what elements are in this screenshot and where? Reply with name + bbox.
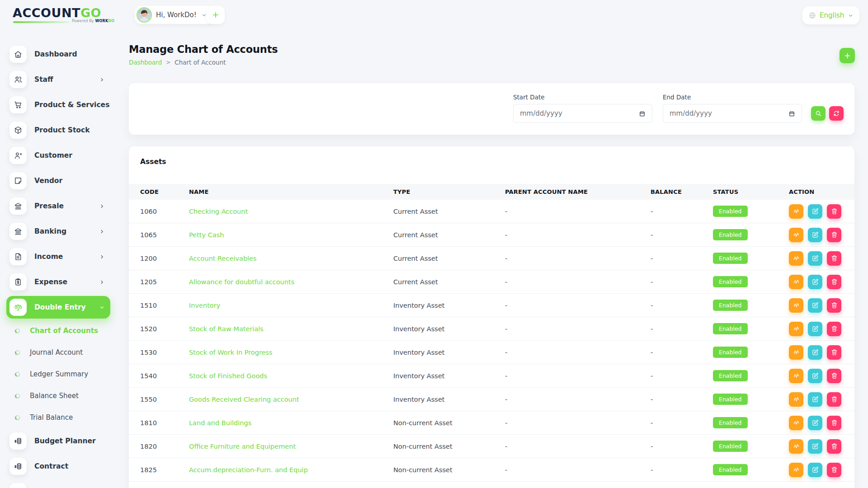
transactions-button[interactable] bbox=[789, 275, 803, 289]
sidebar-item-expense[interactable]: Expense bbox=[0, 269, 116, 295]
edit-button[interactable] bbox=[808, 345, 822, 360]
home-icon bbox=[14, 50, 23, 59]
delete-button[interactable] bbox=[827, 439, 841, 454]
sidebar-item-partial[interactable] bbox=[0, 479, 116, 488]
transactions-button[interactable] bbox=[789, 322, 803, 336]
transactions-button[interactable] bbox=[789, 369, 803, 383]
account-name-link[interactable]: Stock of Work In Progress bbox=[189, 349, 393, 356]
table-row: 1530 Stock of Work In Progress Inventory… bbox=[129, 341, 854, 364]
delete-button[interactable] bbox=[827, 463, 841, 477]
edit-button[interactable] bbox=[808, 251, 822, 266]
delete-button[interactable] bbox=[827, 204, 841, 219]
search-icon bbox=[815, 110, 822, 117]
transactions-button[interactable] bbox=[789, 345, 803, 360]
delete-button[interactable] bbox=[827, 275, 841, 289]
sidebar-subitem-journal-account[interactable]: Journal Account bbox=[0, 342, 116, 363]
quick-add-button[interactable] bbox=[207, 6, 225, 24]
sidebar-item-presale[interactable]: Presale bbox=[0, 193, 116, 219]
transactions-button[interactable] bbox=[789, 298, 803, 313]
end-date-input[interactable] bbox=[663, 104, 802, 123]
sidebar-item-staff[interactable]: Staff bbox=[0, 67, 116, 92]
transactions-button[interactable] bbox=[789, 463, 803, 477]
edit-button[interactable] bbox=[808, 275, 822, 289]
breadcrumb-dashboard-link[interactable]: Dashboard bbox=[129, 59, 162, 66]
account-name-link[interactable]: Office Furniture and Equipement bbox=[189, 443, 393, 450]
wave-icon bbox=[793, 442, 800, 450]
delete-button[interactable] bbox=[827, 416, 841, 430]
transactions-button[interactable] bbox=[789, 416, 803, 430]
account-name-link[interactable]: Goods Received Clearing account bbox=[189, 396, 393, 403]
edit-icon bbox=[811, 419, 819, 427]
transactions-button[interactable] bbox=[789, 251, 803, 266]
edit-button[interactable] bbox=[808, 228, 822, 242]
account-name-link[interactable]: Allowance for doubtful accounts bbox=[189, 278, 393, 286]
transactions-button[interactable] bbox=[789, 204, 803, 219]
edit-button[interactable] bbox=[808, 298, 822, 313]
sidebar-item-contract[interactable]: Contract bbox=[0, 454, 116, 479]
parent-account-cell: - bbox=[505, 419, 651, 427]
trash-icon bbox=[830, 278, 838, 286]
user-menu[interactable]: Hi, WorkDo! bbox=[135, 6, 213, 24]
sidebar-item-dashboard[interactable]: Dashboard bbox=[0, 42, 116, 67]
edit-button[interactable] bbox=[808, 322, 822, 336]
account-name-link[interactable]: Stock of Raw Materials bbox=[189, 325, 393, 333]
account-name-link[interactable]: Accum.depreciation-Furn. and Equip bbox=[189, 466, 393, 474]
sidebar-item-banking[interactable]: Banking bbox=[0, 219, 116, 244]
chevron-right-icon bbox=[99, 77, 105, 83]
edit-button[interactable] bbox=[808, 416, 822, 430]
sidebar-item-income[interactable]: Income bbox=[0, 244, 116, 269]
reset-button[interactable] bbox=[829, 106, 844, 121]
row-actions bbox=[789, 298, 845, 313]
edit-button[interactable] bbox=[808, 439, 822, 454]
delete-button[interactable] bbox=[827, 345, 841, 360]
sidebar-subitem-balance-sheet[interactable]: Balance Sheet bbox=[0, 385, 116, 407]
delete-button[interactable] bbox=[827, 392, 841, 407]
column-header: PARENT ACCOUNT NAME bbox=[505, 188, 651, 195]
sidebar-subitem-ledger-summary[interactable]: Ledger Summary bbox=[0, 363, 116, 385]
sidebar-item-product-stock[interactable]: Product Stock bbox=[0, 117, 116, 143]
delete-button[interactable] bbox=[827, 322, 841, 336]
chevron-down-icon bbox=[99, 305, 105, 310]
bank-icon bbox=[14, 227, 23, 236]
delete-button[interactable] bbox=[827, 298, 841, 313]
transactions-button[interactable] bbox=[789, 228, 803, 242]
transactions-button[interactable] bbox=[789, 392, 803, 407]
refresh-icon bbox=[833, 110, 840, 117]
type-cell: Current Asset bbox=[393, 231, 505, 239]
delete-button[interactable] bbox=[827, 228, 841, 242]
edit-button[interactable] bbox=[808, 392, 822, 407]
trash-icon bbox=[830, 348, 838, 356]
delete-button[interactable] bbox=[827, 251, 841, 266]
start-date-input[interactable] bbox=[513, 104, 652, 123]
column-header: STATUS bbox=[713, 188, 789, 195]
edit-button[interactable] bbox=[808, 369, 822, 383]
account-name-link[interactable]: Stock of Finished Goods bbox=[189, 372, 393, 380]
sidebar-subitem-chart-of-accounts[interactable]: Chart of Accounts bbox=[0, 320, 116, 342]
note-icon bbox=[14, 176, 23, 185]
create-account-button[interactable] bbox=[840, 48, 855, 63]
sidebar-item-label: Expense bbox=[34, 278, 67, 286]
delete-button[interactable] bbox=[827, 369, 841, 383]
account-name-link[interactable]: Checking Account bbox=[189, 208, 393, 215]
icon-box bbox=[9, 71, 27, 88]
wave-icon bbox=[793, 372, 800, 380]
sidebar-subitem-trial-balance[interactable]: Trial Balance bbox=[0, 407, 116, 428]
sidebar-item-product-services[interactable]: Product & Services bbox=[0, 92, 116, 117]
account-name-link[interactable]: Land and Buildings bbox=[189, 419, 393, 427]
sidebar-item-vendor[interactable]: Vendor bbox=[0, 168, 116, 193]
wave-icon bbox=[793, 395, 800, 403]
edit-button[interactable] bbox=[808, 204, 822, 219]
transactions-button[interactable] bbox=[789, 439, 803, 454]
app-logo[interactable]: ACCOUNTGO Powered By WORKDO bbox=[13, 6, 112, 20]
sidebar-item-customer[interactable]: Customer bbox=[0, 143, 116, 168]
sidebar-item-double-entry[interactable]: Double Entry bbox=[0, 295, 116, 320]
account-name-link[interactable]: Account Receivables bbox=[189, 255, 393, 262]
search-button[interactable] bbox=[811, 106, 826, 121]
account-name-link[interactable]: Inventory bbox=[189, 302, 393, 309]
account-name-link[interactable]: Petty Cash bbox=[189, 231, 393, 239]
edit-icon bbox=[811, 325, 819, 333]
type-cell: Inventory Asset bbox=[393, 302, 505, 309]
edit-button[interactable] bbox=[808, 463, 822, 477]
sidebar-item-budget-planner[interactable]: Budget Planner bbox=[0, 428, 116, 454]
language-selector[interactable]: English bbox=[802, 6, 859, 24]
